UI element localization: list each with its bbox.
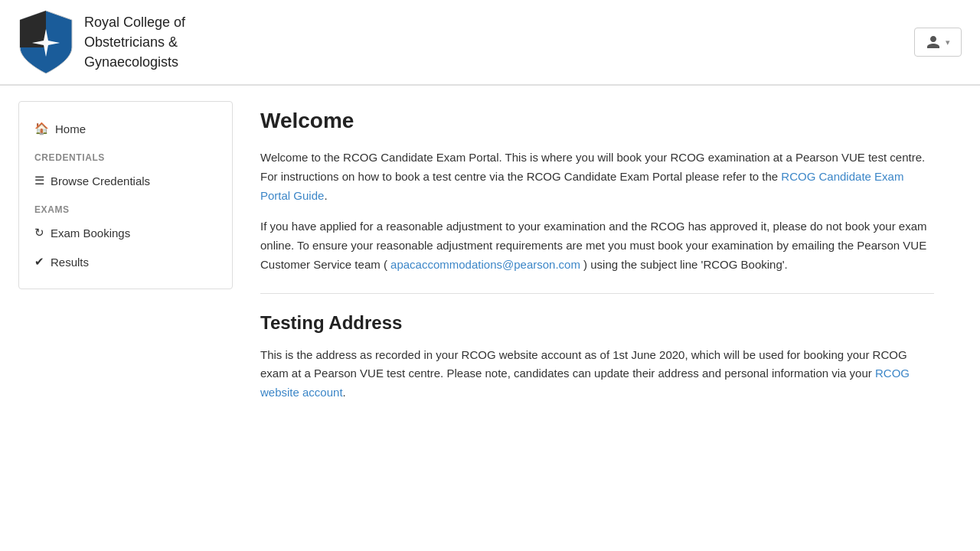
testing-address-paragraph: This is the address as recorded in your … — [260, 346, 934, 403]
section-divider — [260, 293, 934, 294]
welcome-paragraph-1: Welcome to the RCOG Candidate Exam Porta… — [260, 148, 934, 205]
org-name: Royal College of Obstetricians & Gynaeco… — [84, 12, 185, 72]
user-caret: ▾ — [946, 37, 950, 47]
org-logo — [18, 9, 74, 75]
results-label: Results — [51, 256, 89, 269]
header: Royal College of Obstetricians & Gynaeco… — [0, 0, 980, 85]
home-icon: 🏠 — [34, 122, 49, 135]
browse-credentials-label: Browse Credentials — [51, 174, 150, 187]
exam-bookings-label: Exam Bookings — [51, 227, 130, 240]
welcome-heading: Welcome — [260, 109, 934, 133]
testing-address-heading: Testing Address — [260, 312, 934, 334]
sidebar-item-home[interactable]: 🏠 Home — [19, 114, 232, 143]
page-layout: 🏠 Home CREDENTIALS ☰ Browse Credentials … — [0, 86, 980, 545]
main-content: Welcome Welcome to the RCOG Candidate Ex… — [233, 101, 962, 530]
sidebar-item-browse-credentials[interactable]: ☰ Browse Credentials — [19, 166, 232, 195]
exams-section-label: EXAMS — [19, 195, 232, 218]
refresh-icon: ↻ — [34, 226, 44, 240]
user-menu-button[interactable]: ▾ — [914, 28, 962, 57]
sidebar-item-results[interactable]: ✔ Results — [19, 247, 232, 276]
sidebar-item-exam-bookings[interactable]: ↻ Exam Bookings — [19, 218, 232, 247]
credentials-section-label: CREDENTIALS — [19, 143, 232, 166]
pearson-email-link[interactable]: apacaccommodations@pearson.com — [390, 258, 580, 271]
welcome-paragraph-2: If you have applied for a reasonable adj… — [260, 217, 934, 274]
logo-area: Royal College of Obstetricians & Gynaeco… — [18, 9, 185, 75]
user-icon — [926, 34, 941, 50]
home-label: Home — [55, 122, 86, 135]
sidebar: 🏠 Home CREDENTIALS ☰ Browse Credentials … — [18, 101, 233, 289]
check-icon: ✔ — [34, 255, 44, 269]
list-icon: ☰ — [34, 174, 44, 187]
